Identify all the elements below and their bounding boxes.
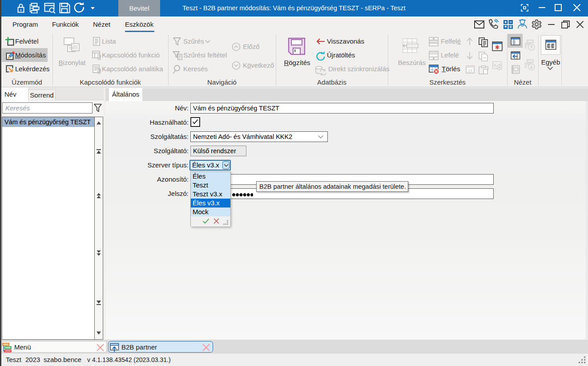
svg-text:23: 23 (468, 69, 472, 73)
